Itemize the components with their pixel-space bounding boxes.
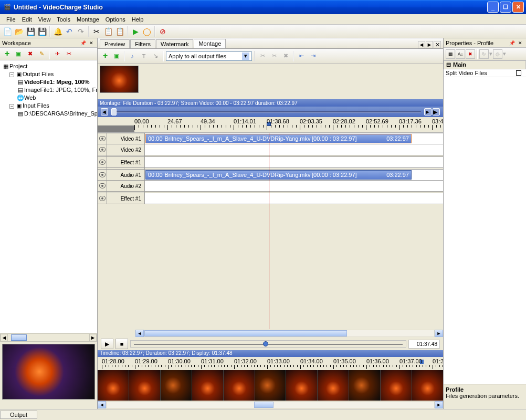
zoom-right-icon[interactable]: ► xyxy=(424,108,432,116)
menu-file[interactable]: File xyxy=(3,15,19,24)
stop-button[interactable]: ■ xyxy=(115,339,128,349)
tab-close-icon[interactable]: ✕ xyxy=(434,41,441,48)
mt-addimg-icon[interactable]: ▣ xyxy=(111,51,122,61)
video-clip[interactable]: 00.00Britney_Spears_-_I_m_A_Slave_4_U-DV… xyxy=(145,134,412,143)
node-web[interactable]: Web xyxy=(24,94,36,101)
mt-music-icon[interactable]: ♪ xyxy=(127,51,138,61)
close-panel-icon[interactable]: ✕ xyxy=(88,39,95,47)
copy-icon[interactable]: 📋 xyxy=(103,26,113,37)
prop-target-icon[interactable]: ◎ xyxy=(493,49,502,59)
saveas-icon[interactable]: 💾 xyxy=(37,26,47,37)
node-inputfile[interactable]: D:\DESCARGAS\Britney_Spears_-_ xyxy=(24,110,97,117)
mt-del-icon[interactable]: ✖ xyxy=(280,51,291,61)
thumb-frame[interactable] xyxy=(412,370,443,401)
menu-edit[interactable]: Edit xyxy=(19,15,35,24)
open-icon[interactable]: 📂 xyxy=(14,26,24,37)
audio-clip[interactable]: 00.00Britney_Spears_-_I_m_A_Slave_4_U-DV… xyxy=(145,170,412,180)
prop-az-icon[interactable]: A↓ xyxy=(456,49,465,59)
ws-edit-icon[interactable]: ✎ xyxy=(36,49,47,59)
pin-icon[interactable]: 📌 xyxy=(79,39,87,47)
preview-hscroll[interactable]: ◄ ► xyxy=(0,333,97,342)
prop-refresh-icon[interactable]: ↻ xyxy=(479,49,489,59)
thumb-frame[interactable] xyxy=(381,370,412,401)
prop-close-icon[interactable]: ✕ xyxy=(517,39,524,47)
timeline-ruler[interactable]: 01:28.0001:29.0001:30.0001:31.0001:32.00… xyxy=(98,357,443,370)
thumb-frame[interactable] xyxy=(286,370,317,401)
prop-x-icon[interactable]: ✖ xyxy=(466,49,475,59)
dropdown-icon[interactable]: ▾ xyxy=(242,52,249,60)
node-imagefile[interactable]: ImageFile1: JPEG, 100%, Frame: 0 xyxy=(24,87,97,93)
mt-arrow-icon[interactable]: ↘ xyxy=(150,51,161,61)
track-eye[interactable] xyxy=(98,193,107,204)
mt-cut2-icon[interactable]: ✂ xyxy=(269,51,279,61)
zoom-left-icon[interactable]: ◄ xyxy=(101,108,108,116)
tab-next-icon[interactable]: ► xyxy=(426,41,433,48)
track-eye[interactable] xyxy=(98,144,107,155)
playback-slider[interactable] xyxy=(130,340,406,348)
timeline-hscroll[interactable]: ◄ ► xyxy=(98,401,443,409)
mt-addvid-icon[interactable]: ✚ xyxy=(100,51,110,61)
minimize-button[interactable]: _ xyxy=(487,2,499,13)
menu-montage[interactable]: Montage xyxy=(73,15,102,24)
ws-delete-icon[interactable]: ✖ xyxy=(25,49,35,59)
undo-icon[interactable]: ↶ xyxy=(64,26,75,37)
ws-addimg-icon[interactable]: ▣ xyxy=(13,49,24,59)
stop-icon[interactable]: ◯ xyxy=(142,26,152,37)
zoom-play-icon[interactable]: ▶ xyxy=(433,108,440,116)
thumb-frame[interactable] xyxy=(224,370,255,401)
hscroll-left-icon[interactable]: ◄ xyxy=(135,330,144,337)
bell-icon[interactable]: 🔔 xyxy=(52,26,63,37)
track-eye[interactable] xyxy=(98,170,107,180)
time-ruler[interactable]: 00.0024.6749.3401:14.0101:38.6802:03.350… xyxy=(98,117,443,133)
track-eye[interactable] xyxy=(98,157,107,167)
apply-select[interactable]: Apply to all output files▾ xyxy=(166,51,252,61)
prop-pin-icon[interactable]: 📌 xyxy=(508,39,516,47)
project-tree[interactable]: ▦Project −▣Output Files ▤VideoFile1: Mpe… xyxy=(0,60,97,333)
tab-montage[interactable]: Montage xyxy=(194,39,226,48)
new-icon[interactable]: 📄 xyxy=(2,26,13,37)
play-button[interactable]: ▶ xyxy=(101,339,113,349)
menu-tools[interactable]: Tools xyxy=(54,15,73,24)
ws-red-icon[interactable]: ✈ xyxy=(52,49,62,59)
thumb-frame[interactable] xyxy=(129,370,160,401)
node-input[interactable]: Input Files xyxy=(23,102,49,109)
thumb-frame[interactable] xyxy=(98,370,129,401)
node-output[interactable]: Output Files xyxy=(23,71,54,77)
scroll-thumb[interactable] xyxy=(11,334,27,341)
menu-options[interactable]: Options xyxy=(102,15,129,24)
hscroll-right-icon[interactable]: ► xyxy=(435,330,443,337)
thumb-frame[interactable] xyxy=(349,370,380,401)
output-tab[interactable]: Output xyxy=(0,411,37,419)
tab-watermark[interactable]: Watermark xyxy=(156,39,193,48)
thumb-frame[interactable] xyxy=(161,370,192,401)
mt-cut1-icon[interactable]: ✂ xyxy=(257,51,268,61)
tl-scroll-thumb[interactable] xyxy=(254,402,273,408)
track-eye[interactable] xyxy=(98,181,107,191)
tab-filters[interactable]: Filters xyxy=(130,39,155,48)
mt-end-icon[interactable]: ⇥ xyxy=(308,51,318,61)
maximize-button[interactable]: ☐ xyxy=(500,2,511,13)
ws-red2-icon[interactable]: ✂ xyxy=(64,49,74,59)
checkbox-icon[interactable] xyxy=(516,70,521,76)
mt-start-icon[interactable]: ⇤ xyxy=(296,51,307,61)
mt-text-icon[interactable]: T xyxy=(139,51,149,61)
redo-icon[interactable]: ↷ xyxy=(76,26,86,37)
prop-group-main[interactable]: Main xyxy=(453,61,466,68)
close-button[interactable]: ✕ xyxy=(512,2,524,13)
thumbnail-strip[interactable] xyxy=(98,370,443,401)
thumb-frame[interactable] xyxy=(255,370,286,401)
node-videofile[interactable]: VideoFile1: Mpeg, 100% xyxy=(24,79,90,85)
thumb-frame[interactable] xyxy=(192,370,223,401)
menu-view[interactable]: View xyxy=(35,15,54,24)
cancel-icon[interactable]: ⊘ xyxy=(157,26,168,37)
menu-help[interactable]: Help xyxy=(129,15,147,24)
save-icon[interactable]: 💾 xyxy=(25,26,36,37)
run-icon[interactable]: ▶ xyxy=(130,26,141,37)
tl-scroll-left-icon[interactable]: ◄ xyxy=(98,401,106,408)
hscroll-thumb[interactable] xyxy=(144,330,347,337)
scroll-right-icon[interactable]: ► xyxy=(89,334,97,341)
tracks-hscroll[interactable]: ◄ ► xyxy=(98,329,443,338)
tl-scroll-right-icon[interactable]: ► xyxy=(435,401,443,408)
prop-cat-icon[interactable]: ▦ xyxy=(446,49,455,59)
tab-prev-icon[interactable]: ◄ xyxy=(418,41,425,48)
